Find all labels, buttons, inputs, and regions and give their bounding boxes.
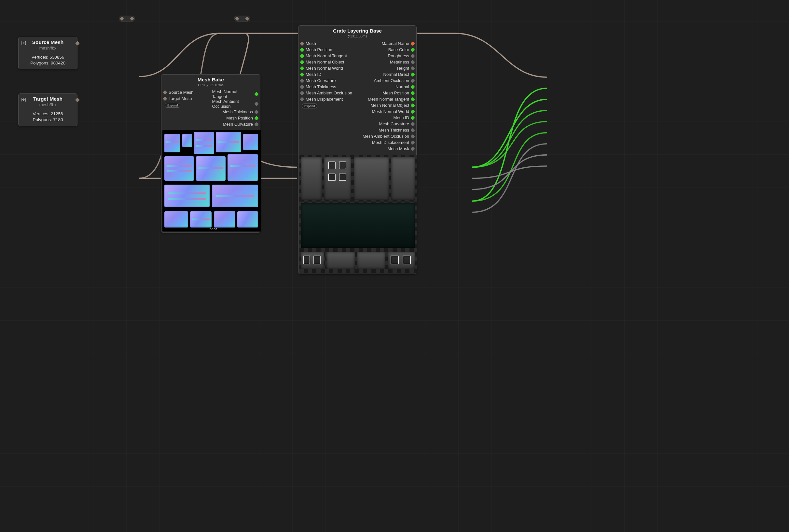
port-icon [120,17,124,21]
port-icon [254,116,259,120]
outputs-column: Mesh Normal Tangent Mesh Ambient Occlusi… [212,89,258,127]
output-port-normal-tangent[interactable]: Mesh Normal Tangent [212,89,258,99]
polygon-count: Polygons: 7180 [22,117,73,123]
ports-grid: Source Mesh Target Mesh Expand Mesh Norm… [161,89,260,129]
output-port-thickness[interactable]: Mesh Thickness [212,109,258,115]
port-icon [130,17,134,21]
port-icon [163,90,167,94]
port-icon [410,109,415,114]
vertex-count: Vertices: 21256 [22,111,73,117]
node-title: Source Mesh [19,37,77,45]
input-port[interactable]: Mesh Position [301,46,356,53]
port-icon [410,72,415,77]
node-subtitle: mesh/fbx [19,45,77,52]
port-icon [300,41,304,45]
port-icon [245,17,249,21]
port-icon [300,60,304,64]
port-icon [410,41,415,45]
output-port-position[interactable]: Mesh Position [212,115,258,121]
port-icon [410,78,415,83]
ports-grid: MeshMesh PositionMesh Normal TangentMesh… [299,40,416,153]
inputs-column: MeshMesh PositionMesh Normal TangentMesh… [301,40,356,152]
port-icon [410,84,415,89]
expand-row: Expand [301,102,356,109]
output-port[interactable]: Ambient Occlusion [359,77,415,84]
input-port[interactable]: Mesh ID [301,71,356,77]
port-icon [410,128,415,132]
port-icon [410,66,415,70]
output-port[interactable]: Roughness [359,53,415,59]
node-crate-layering-base[interactable]: Crate Layering Base ∑1311.86ms MeshMesh … [298,25,417,274]
input-port[interactable]: Mesh Thickness [301,84,356,90]
port-icon [300,91,304,95]
output-port[interactable]: Normal [359,84,415,90]
port-icon [410,53,415,58]
port-icon [254,109,259,114]
port-icon [410,97,415,101]
input-port[interactable]: Mesh Normal World [301,65,356,71]
output-port[interactable]: Mesh ID [359,115,415,121]
port-icon [410,103,415,108]
port-icon [254,92,259,96]
port-icon [410,60,415,64]
input-port[interactable]: Mesh [301,40,356,46]
input-port[interactable]: Mesh Normal Tangent [301,53,356,59]
bake-preview[interactable]: Linear [162,130,261,231]
node-stats: Vertices: 21256 Polygons: 7180 [19,109,77,126]
port-icon [410,134,415,138]
input-port-target-mesh[interactable]: Target Mesh [163,95,210,101]
import-icon [21,97,26,103]
node-timing: ∑1311.86ms [299,34,416,40]
node-graph-canvas[interactable]: Source Mesh mesh/fbx Vertices: 530856 Po… [0,0,789,532]
output-port[interactable]: Mesh Thickness [359,127,415,133]
output-port[interactable]: Base Color [359,46,415,53]
output-port[interactable]: Mesh Normal Tangent [359,96,415,102]
output-port[interactable]: Height [359,65,415,71]
relay-node-2[interactable] [234,16,250,21]
port-icon [300,66,304,70]
node-title: Mesh Bake [161,75,260,83]
output-port[interactable]: Metalness [359,59,415,65]
node-target-mesh[interactable]: Target Mesh mesh/fbx Vertices: 21256 Pol… [18,93,77,126]
input-port-source-mesh[interactable]: Source Mesh [163,89,210,95]
output-port[interactable]: Mesh Position [359,90,415,96]
port-icon [163,96,167,101]
output-port[interactable]: Mesh Displacement [359,139,415,146]
output-port-curvature[interactable]: Mesh Curvature [212,121,258,127]
node-title: Target Mesh [19,94,77,102]
input-port[interactable]: Mesh Displacement [301,96,356,102]
port-icon [235,17,239,21]
input-port[interactable]: Mesh Curvature [301,77,356,84]
node-stats: Vertices: 530856 Polygons: 980420 [19,52,77,69]
output-port[interactable]: Material Name [359,40,415,46]
node-mesh-bake[interactable]: Mesh Bake CPU ∑989.07ms Source Mesh Targ… [161,74,261,233]
output-port[interactable]: Normal Direct [359,71,415,77]
import-icon [21,40,26,47]
port-icon [300,78,304,83]
port-icon [254,101,259,106]
polygon-count: Polygons: 980420 [22,60,73,66]
output-port[interactable]: Mesh Normal World [359,109,415,115]
output-port-ambient-occlusion[interactable]: Mesh Ambient Occlusion [212,99,258,109]
relay-node-1[interactable] [119,16,135,21]
output-port[interactable]: Mesh Mask [359,146,415,152]
port-icon [300,84,304,89]
output-port[interactable]: Mesh Ambient Occlusion [359,133,415,139]
port-icon [410,47,415,52]
port-icon [410,121,415,126]
port-icon [300,97,304,101]
input-port[interactable]: Mesh Normal Object [301,59,356,65]
output-port[interactable]: Mesh Normal Object [359,102,415,109]
port-icon [410,91,415,95]
port-icon [300,53,304,58]
crate-preview[interactable] [300,155,417,273]
expand-button[interactable]: Expand [302,103,317,109]
port-icon [300,47,304,52]
preview-colorspace: Linear [162,227,261,231]
vertex-count: Vertices: 530856 [22,54,73,60]
node-title: Crate Layering Base [299,26,416,34]
expand-button[interactable]: Expand [165,103,180,108]
node-source-mesh[interactable]: Source Mesh mesh/fbx Vertices: 530856 Po… [18,37,77,69]
input-port[interactable]: Mesh Ambient Occlusion [301,90,356,96]
output-port[interactable]: Mesh Curvature [359,121,415,127]
